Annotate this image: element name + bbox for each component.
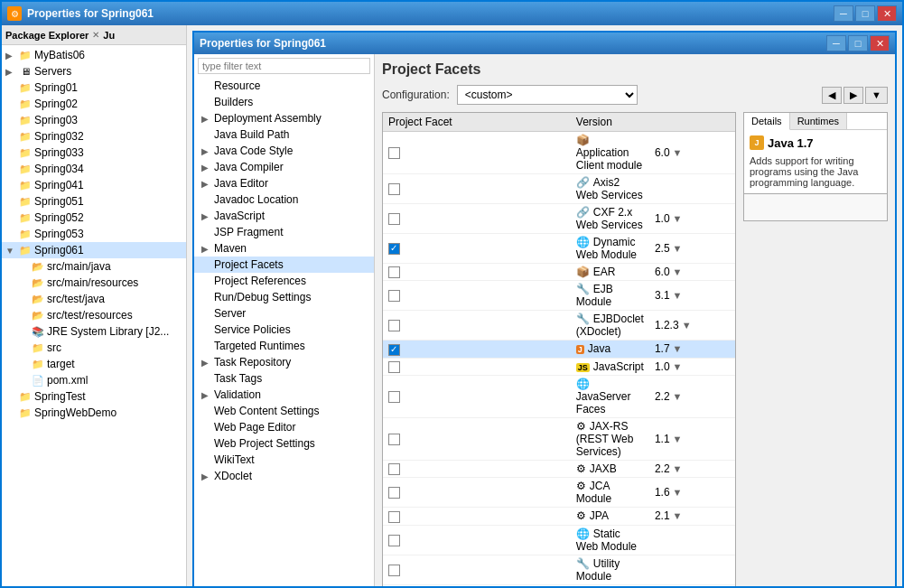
- facet-row[interactable]: JSJavaScript1.0 ▼: [383, 358, 735, 375]
- tree-item[interactable]: 📁Spring034: [2, 161, 186, 177]
- tree-item[interactable]: 📚JRE System Library [J2...: [2, 323, 186, 340]
- tree-item[interactable]: 📂src/test/java: [2, 291, 186, 307]
- junit-tab[interactable]: Ju: [103, 30, 115, 41]
- nav-item[interactable]: ▶Deployment Assembly: [194, 110, 374, 126]
- version-dropdown-arrow[interactable]: ▼: [670, 343, 683, 354]
- config-back-btn[interactable]: ◀: [822, 87, 842, 104]
- nav-item[interactable]: Java Build Path: [194, 126, 374, 143]
- nav-item[interactable]: Targeted Runtimes: [194, 338, 374, 354]
- nav-item[interactable]: Resource: [194, 78, 374, 94]
- facet-row[interactable]: 📦Application Client module6.0 ▼: [383, 132, 735, 174]
- nav-filter-input[interactable]: [198, 58, 370, 74]
- version-dropdown-arrow[interactable]: ▼: [670, 463, 683, 474]
- nav-item[interactable]: Run/Debug Settings: [194, 289, 374, 305]
- config-select[interactable]: <custom>: [457, 85, 638, 105]
- dialog-close-btn[interactable]: ✕: [870, 35, 890, 51]
- maximize-button[interactable]: □: [855, 5, 875, 22]
- tree-item[interactable]: 📁Spring041: [2, 177, 186, 193]
- tree-item[interactable]: ▶🖥Servers: [2, 63, 186, 79]
- config-forward-btn[interactable]: ▶: [843, 87, 863, 104]
- facet-row[interactable]: 🌐Static Web Module: [383, 525, 735, 555]
- minimize-button[interactable]: ─: [834, 5, 853, 22]
- tree-item[interactable]: 📁SpringTest: [2, 388, 186, 405]
- nav-item[interactable]: WikiText: [194, 452, 374, 468]
- nav-item[interactable]: Web Content Settings: [194, 403, 374, 419]
- facet-row[interactable]: 🔗CXF 2.x Web Services1.0 ▼: [383, 204, 735, 234]
- version-dropdown-arrow[interactable]: ▼: [670, 290, 683, 301]
- facet-row[interactable]: 📦EAR6.0 ▼: [383, 264, 735, 281]
- tree-item[interactable]: ▶📁MyBatis06: [2, 47, 186, 63]
- tree-item[interactable]: 📄pom.xml: [2, 372, 186, 388]
- nav-item[interactable]: Task Tags: [194, 370, 374, 387]
- facet-row[interactable]: 🔗Axis2 Web Services: [383, 174, 735, 204]
- version-dropdown-arrow[interactable]: ▼: [670, 243, 683, 254]
- version-dropdown-arrow[interactable]: ▼: [670, 510, 683, 521]
- tree-item[interactable]: 📁target: [2, 356, 186, 372]
- nav-item[interactable]: Javadoc Location: [194, 191, 374, 208]
- nav-item[interactable]: ▶Java Code Style: [194, 143, 374, 159]
- facet-checkbox[interactable]: [388, 361, 400, 373]
- config-menu-btn[interactable]: ▼: [865, 87, 888, 104]
- nav-item[interactable]: ▶XDoclet: [194, 468, 374, 484]
- dialog-minimize-btn[interactable]: ─: [826, 35, 846, 51]
- tree-item[interactable]: ▼📁Spring061: [2, 242, 186, 258]
- version-dropdown-arrow[interactable]: ▼: [679, 320, 692, 331]
- version-dropdown-arrow[interactable]: ▼: [670, 266, 683, 277]
- tree-item[interactable]: 📁Spring03: [2, 112, 186, 128]
- facet-checkbox[interactable]: [388, 391, 400, 403]
- nav-item[interactable]: Server: [194, 305, 374, 322]
- facet-checkbox[interactable]: [388, 463, 400, 475]
- tree-item[interactable]: 📁Spring052: [2, 210, 186, 226]
- facet-row[interactable]: 🌐JavaServer Faces2.2 ▼: [383, 375, 735, 417]
- nav-item[interactable]: ▶Task Repository: [194, 354, 374, 370]
- version-dropdown-arrow[interactable]: ▼: [670, 213, 683, 224]
- version-dropdown-arrow[interactable]: ▼: [670, 487, 683, 498]
- tab-runtimes[interactable]: Runtimes: [790, 113, 847, 129]
- tab-details[interactable]: Details: [744, 113, 790, 130]
- nav-item[interactable]: JSP Fragment: [194, 224, 374, 240]
- facet-row[interactable]: ⚙JAXB2.2 ▼: [383, 460, 735, 477]
- version-dropdown-arrow[interactable]: ▼: [670, 361, 683, 372]
- tree-item[interactable]: 📁Spring032: [2, 128, 186, 145]
- tree-item[interactable]: 📂src/main/java: [2, 258, 186, 275]
- facet-checkbox[interactable]: [388, 147, 400, 159]
- tree-item[interactable]: 📁Spring033: [2, 145, 186, 161]
- facet-checkbox[interactable]: [388, 183, 400, 195]
- facet-row[interactable]: 🌐Web Fragment Module3.0 ▼: [383, 584, 735, 586]
- tree-item[interactable]: 📁Spring02: [2, 96, 186, 112]
- facet-checkbox[interactable]: [388, 266, 400, 278]
- nav-item[interactable]: Project References: [194, 273, 374, 289]
- nav-item[interactable]: Builders: [194, 94, 374, 110]
- nav-item[interactable]: ▶Maven: [194, 240, 374, 257]
- facet-checkbox[interactable]: [388, 344, 400, 356]
- tree-item[interactable]: 📁Spring053: [2, 226, 186, 242]
- nav-item[interactable]: Project Facets: [194, 257, 374, 273]
- nav-item[interactable]: ▶Validation: [194, 387, 374, 403]
- facet-checkbox[interactable]: [388, 535, 400, 546]
- facet-row[interactable]: JJava1.7 ▼: [383, 341, 735, 358]
- dialog-maximize-btn[interactable]: □: [848, 35, 868, 51]
- version-dropdown-arrow[interactable]: ▼: [670, 147, 683, 158]
- nav-item[interactable]: Service Policies: [194, 322, 374, 338]
- tree-item[interactable]: 📁SpringWebDemo: [2, 405, 186, 421]
- nav-item[interactable]: ▶Java Compiler: [194, 159, 374, 175]
- facet-checkbox[interactable]: [388, 290, 400, 302]
- facet-checkbox[interactable]: [388, 434, 400, 445]
- facet-row[interactable]: 🔧Utility Module: [383, 555, 735, 584]
- tree-item[interactable]: 📁Spring051: [2, 193, 186, 210]
- tree-item[interactable]: 📂src/test/resources: [2, 307, 186, 323]
- tree-item[interactable]: 📂src/main/resources: [2, 275, 186, 291]
- facet-row[interactable]: ⚙JPA2.1 ▼: [383, 508, 735, 525]
- facet-row[interactable]: 🔧EJBDoclet (XDoclet)1.2.3 ▼: [383, 311, 735, 341]
- version-dropdown-arrow[interactable]: ▼: [670, 434, 683, 444]
- version-dropdown-arrow[interactable]: ▼: [670, 391, 683, 402]
- facet-row[interactable]: ⚙JCA Module1.6 ▼: [383, 478, 735, 508]
- tree-item[interactable]: 📁src: [2, 340, 186, 356]
- nav-item[interactable]: Web Project Settings: [194, 435, 374, 452]
- tree-item[interactable]: 📁Spring01: [2, 79, 186, 96]
- facet-checkbox[interactable]: [388, 565, 400, 576]
- nav-item[interactable]: Web Page Editor: [194, 419, 374, 435]
- facet-row[interactable]: ⚙JAX-RS (REST Web Services)1.1 ▼: [383, 417, 735, 460]
- nav-item[interactable]: ▶JavaScript: [194, 208, 374, 224]
- close-button[interactable]: ✕: [877, 5, 897, 22]
